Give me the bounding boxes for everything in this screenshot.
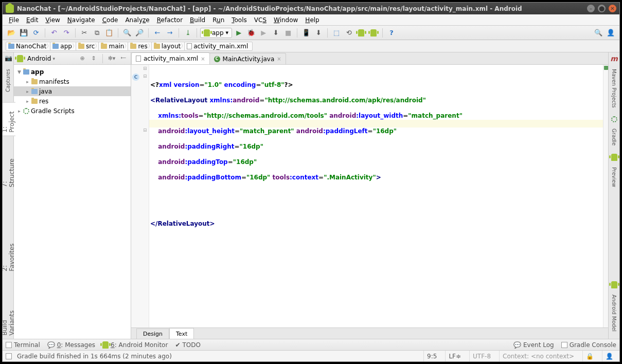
hector-icon[interactable]: 👤 bbox=[602, 351, 616, 361]
copy-icon[interactable]: ⧉ bbox=[91, 27, 102, 39]
crumb-res[interactable]: res bbox=[128, 42, 152, 51]
crumb-file[interactable]: activity_main.xml bbox=[184, 42, 253, 51]
forward-icon[interactable]: → bbox=[164, 27, 175, 39]
crumb-app[interactable]: app bbox=[50, 42, 77, 51]
favorites-tool[interactable]: 2: Favorites bbox=[3, 235, 15, 275]
lock-icon[interactable]: 🔒 bbox=[582, 351, 597, 361]
monitor-tool[interactable]: 6: Android Monitor bbox=[102, 341, 168, 349]
tree-manifests[interactable]: ▸manifests bbox=[14, 77, 131, 86]
cut-icon[interactable]: ✂ bbox=[79, 27, 90, 39]
context[interactable]: Context: <no context> bbox=[499, 351, 577, 361]
replace-icon[interactable]: 🔎 bbox=[134, 27, 145, 39]
line-ending[interactable]: LF≑ bbox=[445, 351, 464, 361]
error-stripe[interactable] bbox=[603, 65, 608, 327]
editor-body[interactable]: C ⊟ ⊟ ⊟ <?xml version="1.0" encoding="ut… bbox=[131, 65, 608, 327]
gradle-tool[interactable]: Gradle bbox=[611, 125, 617, 149]
captures-tool-icon[interactable]: 📷 bbox=[5, 54, 12, 62]
search-everywhere-icon[interactable]: 🔍 bbox=[593, 27, 604, 39]
captures-tool[interactable]: Captures bbox=[5, 66, 11, 95]
crumb-project[interactable]: NanoChat bbox=[6, 42, 51, 51]
eventlog-tool[interactable]: 💬 Event Log bbox=[513, 341, 554, 349]
encoding[interactable]: UTF-8 bbox=[469, 351, 494, 361]
make-icon[interactable]: ⤓ bbox=[182, 27, 193, 39]
menu-code[interactable]: Code bbox=[99, 15, 121, 25]
hide-icon[interactable]: ⭠ bbox=[118, 54, 128, 63]
model-tool[interactable]: Android Model bbox=[611, 292, 617, 335]
design-tab[interactable]: Design bbox=[136, 329, 169, 339]
stop-icon[interactable]: ■ bbox=[282, 27, 294, 39]
minimize-button[interactable]: – bbox=[587, 5, 595, 12]
settings-icon[interactable]: ✻▾ bbox=[107, 54, 116, 63]
redo-icon[interactable]: ↷ bbox=[61, 27, 72, 39]
menu-edit[interactable]: Edit bbox=[23, 15, 41, 25]
attach-icon[interactable]: ⬇ bbox=[270, 27, 281, 39]
collapse-icon[interactable]: ⇕ bbox=[89, 54, 98, 63]
tree-app[interactable]: ▼app bbox=[14, 67, 131, 77]
tree-res[interactable]: ▸res bbox=[14, 96, 131, 106]
crumb-layout[interactable]: layout bbox=[151, 42, 185, 51]
avd-icon[interactable]: 📱 bbox=[300, 27, 312, 39]
ddms-icon[interactable] bbox=[356, 27, 367, 39]
menu-navigate[interactable]: Navigate bbox=[64, 15, 98, 25]
todo-tool[interactable]: ✔ TODO bbox=[175, 341, 201, 349]
messages-tool[interactable]: 💬 0: Messages bbox=[47, 341, 95, 349]
tab-activity-main[interactable]: activity_main.xml× bbox=[131, 52, 210, 64]
project-tool[interactable]: 1: Project bbox=[3, 102, 15, 136]
coverage-icon[interactable]: ▶ bbox=[258, 27, 269, 39]
crumb-main[interactable]: main bbox=[98, 42, 129, 51]
maven-icon[interactable]: m bbox=[610, 54, 618, 63]
status-icon[interactable] bbox=[6, 353, 12, 359]
user-icon[interactable]: 👤 bbox=[605, 27, 616, 39]
help-icon[interactable]: ? bbox=[386, 27, 397, 39]
menu-refactor[interactable]: Refactor bbox=[154, 15, 186, 25]
preview-icon[interactable] bbox=[611, 154, 617, 161]
gradle-console-tool[interactable]: Gradle Console bbox=[561, 341, 616, 349]
menu-view[interactable]: View bbox=[42, 15, 63, 25]
run-icon[interactable]: ▶ bbox=[233, 27, 244, 39]
open-icon[interactable]: 📂 bbox=[6, 27, 17, 39]
tree-java[interactable]: ▸java bbox=[14, 86, 131, 96]
monitor-icon[interactable] bbox=[368, 27, 379, 39]
save-icon[interactable]: 💾 bbox=[18, 27, 29, 39]
menu-build[interactable]: Build bbox=[187, 15, 208, 25]
close-button[interactable]: ✕ bbox=[609, 5, 616, 12]
gradle-icon[interactable] bbox=[611, 116, 617, 122]
maven-tool[interactable]: Maven Projects bbox=[611, 66, 617, 111]
menu-tools[interactable]: Tools bbox=[228, 15, 250, 25]
find-icon[interactable]: 🔍 bbox=[121, 27, 133, 39]
tab-mainactivity[interactable]: CMainActivity.java× bbox=[209, 53, 286, 64]
model-icon[interactable] bbox=[611, 281, 617, 288]
run-config-selector[interactable]: app ▾ bbox=[200, 28, 232, 38]
gutter[interactable]: C ⊟ ⊟ ⊟ bbox=[131, 65, 149, 327]
project-view-dropdown[interactable]: Android bbox=[25, 54, 57, 63]
sdk-icon[interactable]: ⬇ bbox=[313, 27, 324, 39]
sync-icon[interactable]: ⟳ bbox=[30, 27, 42, 39]
code-area[interactable]: <?xml version="1.0" encoding="utf-8"?> <… bbox=[149, 65, 603, 327]
menu-analyze[interactable]: Analyze bbox=[122, 15, 152, 25]
structure-tool[interactable]: 7: Structure bbox=[3, 151, 15, 190]
menu-help[interactable]: Help bbox=[302, 15, 322, 25]
menu-vcs[interactable]: VCS bbox=[251, 15, 270, 25]
paste-icon[interactable]: 📋 bbox=[103, 27, 115, 39]
preview-tool[interactable]: Preview bbox=[611, 164, 617, 190]
project-tree[interactable]: ▼app ▸manifests ▸java ▸res ▸Gradle Scrip… bbox=[14, 65, 131, 339]
close-tab-icon[interactable]: × bbox=[201, 56, 205, 62]
sync2-icon[interactable]: ⟲ bbox=[343, 27, 354, 39]
back-icon[interactable]: ← bbox=[152, 27, 163, 39]
undo-icon[interactable]: ↶ bbox=[48, 27, 60, 39]
caret-position[interactable]: 9:5 bbox=[423, 351, 440, 361]
maximize-button[interactable]: ⬤ bbox=[598, 5, 606, 12]
structure-icon[interactable]: ⬚ bbox=[331, 27, 342, 39]
tree-gradle[interactable]: ▸Gradle Scripts bbox=[14, 106, 131, 116]
terminal-tool[interactable]: Terminal bbox=[6, 341, 40, 349]
menu-window[interactable]: Window bbox=[271, 15, 301, 25]
debug-icon[interactable]: 🐞 bbox=[245, 27, 257, 39]
crumb-src[interactable]: src bbox=[76, 42, 100, 51]
text-tab[interactable]: Text bbox=[169, 328, 194, 339]
variants-tool[interactable]: Build Variants bbox=[3, 294, 15, 339]
titlebar[interactable]: NanoChat - [~/AndroidStudioProjects/Nano… bbox=[3, 3, 619, 14]
target-icon[interactable]: ⊕ bbox=[78, 54, 87, 63]
menu-file[interactable]: File bbox=[6, 15, 22, 25]
gutter-class-icon[interactable]: C bbox=[132, 74, 139, 81]
close-tab-icon[interactable]: × bbox=[277, 56, 281, 62]
